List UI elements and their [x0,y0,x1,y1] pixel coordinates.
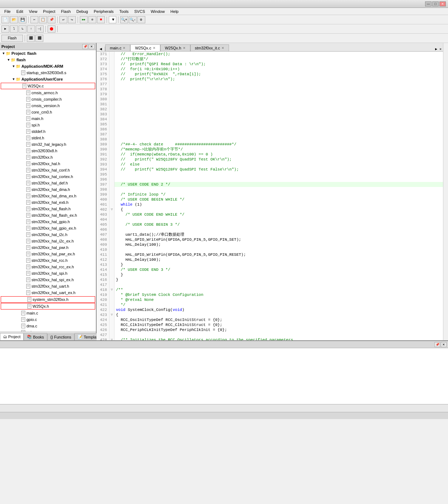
step-into-button[interactable]: ↳ [19,25,26,33]
fold-indicator[interactable] [109,267,115,272]
fold-indicator[interactable] [109,242,115,247]
tree-item[interactable]: stdint.h [0,135,96,141]
run-to-cursor[interactable]: →| [36,25,44,33]
tree-item[interactable]: cmsis_compiler.h [0,96,96,102]
minimize-button[interactable]: — [425,1,432,6]
tab-close-icon[interactable]: ✕ [123,46,126,50]
menu-item-window[interactable]: Window [148,9,167,14]
tree-item[interactable]: W25Qx.c [1,83,95,89]
fold-indicator[interactable] [109,182,115,187]
fold-indicator[interactable] [109,257,115,262]
fold-indicator[interactable] [109,67,115,72]
tab-close-icon[interactable]: ✕ [183,46,186,50]
fold-indicator[interactable] [109,297,115,302]
build-close-button[interactable]: ✕ [441,342,447,347]
tree-item[interactable]: stm32_hal_legacy.h [0,141,96,148]
fold-indicator[interactable] [109,192,115,197]
tree-item[interactable]: startup_stm32f030x8.s [0,69,96,76]
fold-indicator[interactable] [109,247,115,252]
fold-indicator[interactable] [109,262,115,267]
tree-item[interactable]: stm32f0xx_hal_i2c_ex.h [0,238,96,244]
fold-indicator[interactable] [109,52,115,57]
file-tab-W25Qx_c[interactable]: W25Qx.c✕ [130,44,160,51]
file-tab-stm32f0xx_it_c[interactable]: stm32f0xx_it.c✕ [190,44,229,51]
fold-indicator[interactable] [109,122,115,127]
tree-item[interactable]: stm32f0xx_hal_cortex.h [0,173,96,180]
menu-item-flash[interactable]: Flash [58,9,74,14]
cut-button[interactable]: ✂ [30,16,38,23]
fold-indicator[interactable] [109,307,115,312]
redo-button[interactable]: ↪ [68,16,76,23]
copy-button[interactable]: 📋 [39,16,47,23]
extra1[interactable]: ⬛ [27,35,35,42]
fold-indicator[interactable] [109,222,115,227]
menu-item-svcs[interactable]: SVCS [131,9,148,14]
tree-item[interactable]: cmsis_armcc.h [0,90,96,96]
tree-item[interactable]: stm32f0xx_hal_spi.h [0,270,96,277]
fold-indicator[interactable] [109,317,115,322]
fold-indicator[interactable] [109,62,115,67]
menu-item-project[interactable]: Project [40,9,58,14]
tab-nav-right[interactable]: ▶ ✕ [434,47,443,51]
tree-item[interactable]: stm32f0xx_hal_conf.h [0,167,96,173]
fold-indicator[interactable]: ▽ [109,312,115,317]
fold-indicator[interactable] [109,237,115,242]
tree-item[interactable]: stm32f0xx_hal_pwr_ex.h [0,251,96,257]
fold-indicator[interactable] [109,77,115,82]
tree-item[interactable]: stm32f0xx_hal_dma_ex.h [0,193,96,199]
fold-indicator[interactable] [109,277,115,282]
tree-item[interactable]: stm32f0xx.h [0,154,96,160]
tree-item[interactable]: stm32f0xx_hal_dma.h [0,186,96,193]
fold-indicator[interactable] [109,332,115,337]
tree-item[interactable]: W25Qx.h [1,303,95,309]
fold-indicator[interactable] [109,197,115,202]
tree-item[interactable]: stm32f0xx_hal_rcc.h [0,257,96,264]
tree-item[interactable]: spi.h [0,122,96,128]
fold-indicator[interactable] [109,232,115,237]
tree-item[interactable]: stm32f030x8.h [0,148,96,154]
build-button[interactable]: ▶▶ [80,16,88,23]
fold-indicator[interactable] [109,167,115,172]
tree-item[interactable]: stm32f0xx_hal_uart_ex.h [0,289,96,296]
menu-item-file[interactable]: File [1,9,14,14]
file-tab-W25Qx_h[interactable]: W25Qx.h✕ [160,44,190,51]
tree-item[interactable]: stm32f0xx_hal_spi_ex.h [0,277,96,283]
project-close-button[interactable]: ✕ [89,44,94,49]
fold-indicator[interactable] [109,92,115,97]
menu-item-help[interactable]: Help [167,9,181,14]
fold-indicator[interactable] [109,302,115,307]
fold-indicator[interactable] [109,127,115,132]
fold-indicator[interactable]: ▽ [109,207,115,212]
debug-button[interactable]: ▶ [1,25,9,33]
fold-indicator[interactable] [109,227,115,232]
flash-btn[interactable]: Flash [1,35,23,42]
file-tab-main_c[interactable]: main.c✕ [105,44,130,51]
tree-item[interactable]: ▼📁Application/User/Core [0,76,96,82]
fold-indicator[interactable] [109,272,115,277]
code-container[interactable]: 371 // Error_Handler();372 //*打印数据*/373 … [97,52,443,340]
tree-item[interactable]: main.h [0,115,96,122]
zoom-in-button[interactable]: 🔍+ [120,16,128,23]
tree-item[interactable]: stm32f0xx_hal_flash.h [0,206,96,212]
fold-indicator[interactable] [109,162,115,167]
tree-item[interactable]: core_cm0.h [0,109,96,115]
tree-item[interactable]: stm32f0xx_hal_flash_ex.h [0,212,96,219]
project-pin-button[interactable]: 📌 [82,44,88,49]
step-out-button[interactable]: ↑ [27,25,35,33]
paste-button[interactable]: 📌 [48,16,55,23]
settings-button[interactable]: ⚙ [137,16,145,23]
fold-indicator[interactable] [109,107,115,112]
tree-item[interactable]: ▼📁Application/MDK-ARM [0,63,96,69]
tree-item[interactable]: cmsis_version.h [0,102,96,109]
maximize-button[interactable]: □ [432,1,439,6]
fold-indicator[interactable] [109,282,115,287]
fold-indicator[interactable] [109,172,115,177]
fold-indicator[interactable]: ▽ [109,337,115,340]
open-button[interactable]: 📂 [10,16,18,23]
tree-item[interactable]: stm32f0xx_hal_pwr.h [0,244,96,251]
fold-indicator[interactable] [109,87,115,92]
fold-indicator[interactable] [109,217,115,222]
fold-indicator[interactable] [109,252,115,257]
tree-item[interactable]: stm32f0xx_hal_rcc_ex.h [0,264,96,270]
project-tab-functions[interactable]: {}Functions [47,333,74,340]
